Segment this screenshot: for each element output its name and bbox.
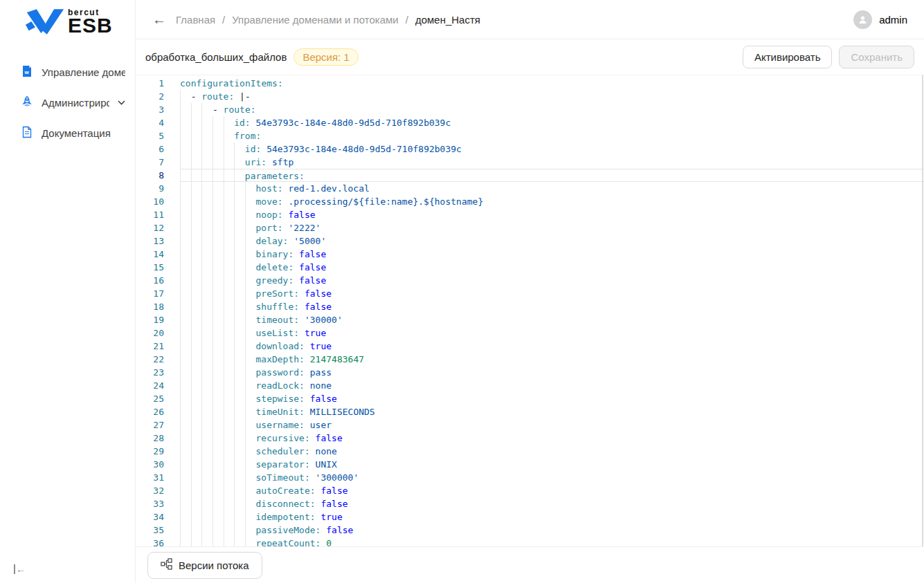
- code-line-content: passiveMode: false: [180, 524, 924, 537]
- indent-guide: [212, 300, 224, 313]
- indent-guide: [234, 471, 245, 484]
- code-line[interactable]: 20useList: true: [136, 326, 924, 340]
- indent-guide: [212, 156, 224, 169]
- code-line[interactable]: 27username: user: [136, 418, 924, 432]
- indent-guide: [234, 313, 245, 326]
- activate-button[interactable]: Активировать: [743, 46, 833, 68]
- code-line[interactable]: 19timeout: '30000': [136, 313, 924, 326]
- code-line[interactable]: 32autoCreate: false: [136, 484, 924, 497]
- indent-guide: [201, 405, 212, 418]
- code-line[interactable]: 3- route:: [136, 103, 924, 116]
- code-line-content: download: true: [180, 340, 924, 353]
- sidebar-item-administration[interactable]: Администриро...: [0, 87, 135, 118]
- indent-guide: [245, 261, 256, 274]
- indent-guide: [212, 432, 224, 445]
- code-line[interactable]: 16greedy: false: [136, 274, 924, 287]
- indent-guide: [201, 392, 212, 405]
- code-line[interactable]: 1configurationItems:: [136, 77, 924, 90]
- indent-guide: [212, 510, 224, 524]
- code-line[interactable]: 4id: 54e3793c-184e-48d0-9d5d-710f892b039…: [136, 116, 924, 129]
- code-line[interactable]: 12port: '2222': [136, 221, 924, 234]
- code-line[interactable]: 24readLock: none: [136, 379, 924, 392]
- code-line[interactable]: 13delay: '5000': [136, 234, 924, 248]
- indent-guide: [224, 432, 235, 445]
- flow-versions-button[interactable]: Версии потока: [147, 552, 262, 579]
- code-line-content: configurationItems:: [180, 77, 924, 90]
- indent-guide: [212, 379, 224, 392]
- indent-guide: [245, 471, 256, 484]
- chevron-down-icon[interactable]: [118, 98, 125, 107]
- code-line[interactable]: 22maxDepth: 2147483647: [136, 353, 924, 366]
- indent-guide: [180, 458, 191, 471]
- indent-guide: [180, 366, 191, 379]
- code-line[interactable]: 5from:: [136, 129, 924, 142]
- indent-guide: [191, 445, 202, 458]
- code-line[interactable]: 8parameters:: [136, 169, 924, 182]
- code-line[interactable]: 14binary: false: [136, 248, 924, 261]
- editor-scrollbar[interactable]: [922, 75, 923, 546]
- save-button[interactable]: Сохранить: [839, 46, 914, 68]
- breadcrumb-domains[interactable]: Управление доменами и потоками: [232, 14, 398, 26]
- indent-guide: [191, 156, 202, 169]
- back-button[interactable]: ←: [152, 12, 166, 26]
- indent-guide: [224, 497, 235, 510]
- code-line[interactable]: 6id: 54e3793c-184e-48d0-9d5d-710f892b039…: [136, 142, 924, 156]
- indent-guide: [234, 261, 245, 274]
- yaml-editor[interactable]: 1configurationItems:2- route: |-3- route…: [136, 75, 924, 546]
- indent-guide: [201, 458, 212, 471]
- code-line[interactable]: 30separator: UNIX: [136, 458, 924, 471]
- collapse-sidebar-button[interactable]: ←: [14, 564, 26, 575]
- code-line[interactable]: 7uri: sftp: [136, 156, 924, 169]
- code-line[interactable]: 18shuffle: false: [136, 300, 924, 313]
- code-line[interactable]: 34idempotent: true: [136, 510, 924, 524]
- code-line[interactable]: 26timeUnit: MILLISECONDS: [136, 405, 924, 418]
- indent-guide: [212, 471, 224, 484]
- sidebar-nav: w Управление доме...: [0, 57, 135, 148]
- indent-guide: [234, 287, 245, 300]
- indent-guide: [234, 497, 245, 510]
- indent-guide: [191, 129, 202, 142]
- indent-guide: [201, 195, 212, 208]
- indent-guide: [245, 484, 256, 497]
- user-menu[interactable]: admin: [853, 10, 907, 29]
- brand-logo[interactable]: bercut ESB: [0, 0, 135, 40]
- code-line[interactable]: 2- route: |-: [136, 90, 924, 103]
- line-number: 19: [136, 313, 180, 326]
- sidebar-item-domains[interactable]: w Управление доме...: [0, 57, 135, 87]
- indent-guide: [224, 537, 235, 546]
- indent-guide: [224, 510, 235, 524]
- code-line-content: timeUnit: MILLISECONDS: [180, 405, 924, 418]
- code-line[interactable]: 28recursive: false: [136, 432, 924, 445]
- indent-guide: [245, 182, 256, 195]
- code-line[interactable]: 25stepwise: false: [136, 392, 924, 405]
- indent-guide: [191, 182, 202, 195]
- indent-guide: [180, 471, 191, 484]
- code-line[interactable]: 29scheduler: none: [136, 445, 924, 458]
- code-line[interactable]: 33disconnect: false: [136, 497, 924, 510]
- code-line[interactable]: 36repeatCount: 0: [136, 537, 924, 546]
- indent-guide: [180, 484, 191, 497]
- code-line[interactable]: 17preSort: false: [136, 287, 924, 300]
- indent-guide: [212, 182, 224, 195]
- code-line[interactable]: 9host: red-1.dev.local: [136, 182, 924, 195]
- code-line[interactable]: 31soTimeout: '300000': [136, 471, 924, 484]
- breadcrumb-home[interactable]: Главная: [176, 14, 215, 26]
- indent-guide: [201, 274, 212, 287]
- indent-guide: [180, 524, 191, 537]
- code-line[interactable]: 21download: true: [136, 340, 924, 353]
- indent-guide: [191, 432, 202, 445]
- line-number: 16: [136, 274, 180, 287]
- app-window: bercut ESB w Управление доме...: [0, 0, 924, 583]
- indent-guide: [191, 510, 202, 524]
- code-line[interactable]: 23password: pass: [136, 366, 924, 379]
- indent-guide: [245, 392, 256, 405]
- line-number: 29: [136, 445, 180, 458]
- code-line[interactable]: 10move: .processing/${file:name}.${hostn…: [136, 195, 924, 208]
- code-line[interactable]: 15delete: false: [136, 261, 924, 274]
- code-line[interactable]: 35passiveMode: false: [136, 524, 924, 537]
- line-number: 30: [136, 458, 180, 471]
- sidebar-item-documentation[interactable]: Документация: [0, 118, 135, 148]
- indent-guide: [245, 340, 256, 353]
- indent-guide: [212, 221, 224, 234]
- code-line[interactable]: 11noop: false: [136, 208, 924, 221]
